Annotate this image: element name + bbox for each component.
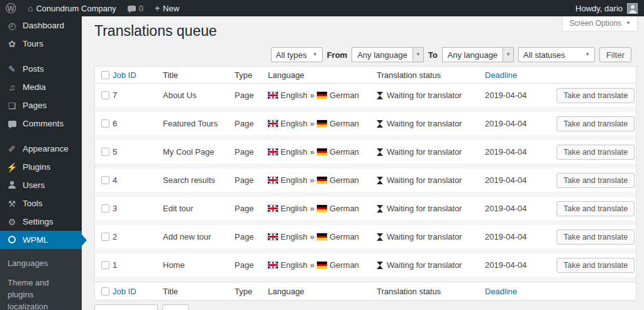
language-from-label: English <box>280 175 308 185</box>
select-all-checkbox[interactable] <box>101 71 109 79</box>
action-cell: Take and translate <box>557 230 636 245</box>
row-checkbox[interactable] <box>101 233 109 241</box>
take-and-translate-button[interactable]: Take and translate <box>557 173 635 188</box>
type-cell: Page <box>235 175 268 185</box>
column-header-job-id[interactable]: Job ID <box>113 70 163 80</box>
type-cell: Page <box>235 147 268 157</box>
table-row: 2 Add new tour Page English » German Wai… <box>95 225 636 253</box>
language-separator: » <box>310 232 314 241</box>
hourglass-icon <box>377 233 383 241</box>
sidebar-item-comments[interactable]: Comments <box>0 114 82 133</box>
language-cell: English » German <box>268 147 377 157</box>
howdy-label: Howdy, dario <box>575 4 623 13</box>
settings-icon: ⚙ <box>6 218 18 226</box>
language-from-label: English <box>280 204 308 213</box>
bulk-action-select[interactable] <box>94 304 158 310</box>
language-cell: English » German <box>268 232 377 241</box>
sidebar-subitem-languages[interactable]: Languages <box>0 254 82 274</box>
action-cell: Take and translate <box>557 116 636 131</box>
site-name-link[interactable]: ⌂ Conundrum Company <box>22 0 122 16</box>
column-header-type: Type <box>235 70 268 80</box>
language-to-label: German <box>330 260 359 270</box>
to-language-select[interactable]: Any language ▼ <box>442 47 514 62</box>
take-and-translate-button[interactable]: Take and translate <box>557 230 635 245</box>
row-checkbox-cell <box>95 91 113 99</box>
row-checkbox[interactable] <box>101 204 109 213</box>
sidebar-item-wpml[interactable]: WPML <box>0 231 82 249</box>
comments-icon <box>6 119 18 128</box>
action-cell: Take and translate <box>557 88 636 103</box>
footer-header-status: Translation status <box>377 287 485 296</box>
tours-icon: ✿ <box>6 40 18 48</box>
from-language-value: Any language <box>352 47 413 62</box>
footer-header-language: Language <box>268 287 377 296</box>
language-from-label: English <box>280 91 308 100</box>
row-checkbox[interactable] <box>101 91 109 99</box>
title-cell: Home <box>163 260 235 270</box>
take-and-translate-button[interactable]: Take and translate <box>557 258 635 273</box>
title-cell: Add new tour <box>163 232 235 241</box>
take-and-translate-button[interactable]: Take and translate <box>557 88 635 103</box>
sidebar-item-label: WPML <box>23 235 48 245</box>
language-separator: » <box>310 147 314 157</box>
take-and-translate-button[interactable]: Take and translate <box>557 201 635 216</box>
deadline-cell: 2019-04-04 <box>485 175 557 185</box>
status-text: Waiting for translator <box>387 91 462 100</box>
sidebar-subitem-theme-localization[interactable]: Theme and plugins localization <box>0 274 82 310</box>
row-checkbox[interactable] <box>101 148 109 156</box>
language-cell: English » German <box>268 119 377 128</box>
comments-count: 0 <box>139 4 143 13</box>
users-icon <box>6 181 18 190</box>
comments-admin-link[interactable]: 0 <box>122 0 149 16</box>
table-row: 5 My Cool Page Page English » German Wai… <box>95 140 636 169</box>
footer-header-job-id[interactable]: Job ID <box>113 287 163 296</box>
row-checkbox[interactable] <box>101 176 109 184</box>
job-id-cell: 6 <box>113 119 163 128</box>
bulk-apply-button[interactable] <box>162 304 189 310</box>
wpml-submenu: Languages Theme and plugins localization… <box>0 249 82 310</box>
language-cell: English » German <box>268 260 377 270</box>
germany-flag-icon <box>317 233 327 240</box>
job-id-cell: 7 <box>113 91 163 100</box>
select-all-checkbox-footer[interactable] <box>101 287 109 296</box>
status-filter-select[interactable]: All statuses ▼ <box>518 47 595 62</box>
sidebar-item-tours[interactable]: ✿ Tours <box>0 35 82 53</box>
to-language-dropdown-button[interactable]: ▼ <box>502 47 514 62</box>
language-separator: » <box>310 204 314 213</box>
wordpress-logo-button[interactable]: Ⓦ <box>0 0 22 16</box>
pages-icon: ❏ <box>6 101 18 110</box>
status-text: Waiting for translator <box>387 147 462 157</box>
from-label: From <box>327 50 348 60</box>
account-menu[interactable]: Howdy, dario <box>569 0 644 16</box>
sidebar-item-posts[interactable]: ✎ Posts <box>0 60 82 78</box>
language-from-label: English <box>280 232 308 241</box>
take-and-translate-button[interactable]: Take and translate <box>557 116 635 131</box>
screen-options-button[interactable]: Screen Options ▼ <box>562 16 638 31</box>
sidebar-item-appearance[interactable]: ✐ Appearance <box>0 140 82 158</box>
type-filter-select[interactable]: All types ▼ <box>271 47 323 62</box>
footer-header-deadline[interactable]: Deadline <box>485 287 557 296</box>
footer-header-type: Type <box>235 287 268 296</box>
sidebar-item-plugins[interactable]: ⚡ Plugins <box>0 158 82 176</box>
new-content-link[interactable]: + New <box>149 0 185 16</box>
from-language-select[interactable]: Any language ▼ <box>352 47 424 62</box>
media-icon: ♫ <box>6 83 18 92</box>
from-language-dropdown-button[interactable]: ▼ <box>413 47 424 62</box>
sidebar-item-users[interactable]: Users <box>0 176 82 194</box>
filter-button[interactable]: Filter <box>599 47 631 62</box>
take-and-translate-button[interactable]: Take and translate <box>557 145 635 160</box>
row-checkbox[interactable] <box>101 261 109 269</box>
type-cell: Page <box>235 260 268 270</box>
column-header-deadline[interactable]: Deadline <box>485 70 557 80</box>
hourglass-icon <box>377 119 383 128</box>
sidebar-item-media[interactable]: ♫ Media <box>0 78 82 96</box>
sidebar-item-pages[interactable]: ❏ Pages <box>0 96 82 114</box>
sidebar-item-tools[interactable]: ⚒ Tools <box>0 194 82 213</box>
status-cell: Waiting for translator <box>377 260 485 270</box>
plugins-icon: ⚡ <box>6 163 18 172</box>
sidebar-item-dashboard[interactable]: ◴ Dashboard <box>0 16 82 35</box>
sidebar-item-label: Tools <box>23 199 43 208</box>
row-checkbox[interactable] <box>101 119 109 128</box>
sidebar-item-label: Appearance <box>23 144 69 153</box>
sidebar-item-settings[interactable]: ⚙ Settings <box>0 213 82 231</box>
